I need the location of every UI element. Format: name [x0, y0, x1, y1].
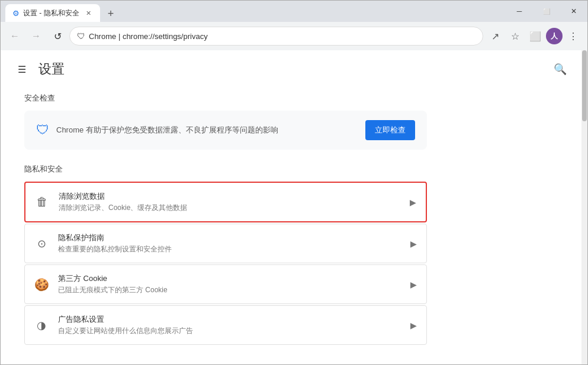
- third-party-cookies-text: 第三方 Cookie 已阻止无痕模式下的第三方 Cookie: [58, 273, 401, 295]
- privacy-section-title: 隐私和安全: [24, 164, 570, 175]
- safety-check-card: 🛡 Chrome 有助于保护您免受数据泄露、不良扩展程序等问题的影响 立即检查: [24, 111, 427, 150]
- minimize-button[interactable]: ─: [506, 7, 533, 15]
- refresh-button[interactable]: ↺: [48, 27, 67, 46]
- ad-privacy-icon: ◑: [34, 319, 49, 332]
- back-button[interactable]: ←: [5, 27, 24, 46]
- forward-button[interactable]: →: [27, 27, 46, 46]
- ad-privacy-subtitle: 自定义要让网站使用什么信息向您展示广告: [58, 326, 401, 336]
- menu-button[interactable]: ⋮: [564, 27, 583, 46]
- titlebar: ⚙ 设置 - 隐私和安全 ✕ + ─ ⬜ ✕: [1, 1, 587, 22]
- settings-page: ☰ 设置 🔍 安全检查 🛡 Chrome 有助于保护您免受数据泄露、不良扩展程序…: [1, 50, 587, 364]
- ad-privacy-text: 广告隐私设置 自定义要让网站使用什么信息向您展示广告: [58, 314, 401, 336]
- browser-window: ⚙ 设置 - 隐私和安全 ✕ + ─ ⬜ ✕ ← → ↺ 🛡 Chrome | …: [0, 0, 588, 365]
- settings-header: ☰ 设置 🔍: [1, 50, 581, 88]
- privacy-guide-text: 隐私保护指南 检查重要的隐私控制设置和安全控件: [58, 232, 401, 254]
- settings-main: ☰ 设置 🔍 安全检查 🛡 Chrome 有助于保护您免受数据泄露、不良扩展程序…: [1, 50, 581, 364]
- settings-list: 🗑 清除浏览数据 清除浏览记录、Cookie、缓存及其他数据 ▶ ⊙ 隐私保护指…: [24, 182, 427, 345]
- safety-card-text: Chrome 有助于保护您免受数据泄露、不良扩展程序等问题的影响: [56, 125, 358, 135]
- ad-privacy-item[interactable]: ◑ 广告隐私设置 自定义要让网站使用什么信息向您展示广告 ▶: [24, 305, 427, 345]
- tab-settings-icon: ⚙: [12, 9, 20, 18]
- clear-browsing-data-arrow: ▶: [410, 198, 416, 207]
- privacy-guide-subtitle: 检查重要的隐私控制设置和安全控件: [58, 244, 401, 254]
- tab-area: ⚙ 设置 - 隐私和安全 ✕ +: [1, 1, 119, 22]
- navbar: ← → ↺ 🛡 Chrome | chrome://settings/priva…: [1, 22, 587, 50]
- settings-content: 安全检查 🛡 Chrome 有助于保护您免受数据泄露、不良扩展程序等问题的影响 …: [1, 93, 581, 358]
- clear-browsing-data-title: 清除浏览数据: [59, 191, 400, 202]
- scrollbar[interactable]: [581, 50, 587, 364]
- third-party-cookies-subtitle: 已阻止无痕模式下的第三方 Cookie: [58, 285, 401, 295]
- privacy-guide-icon: ⊙: [34, 237, 49, 250]
- third-party-cookies-arrow: ▶: [410, 280, 417, 289]
- active-tab[interactable]: ⚙ 设置 - 隐私和安全 ✕: [5, 4, 100, 22]
- safety-section-title: 安全检查: [24, 93, 570, 104]
- privacy-guide-arrow: ▶: [410, 239, 417, 248]
- page-title: 设置: [38, 60, 65, 78]
- privacy-guide-title: 隐私保护指南: [58, 232, 401, 243]
- third-party-cookies-title: 第三方 Cookie: [58, 273, 401, 284]
- address-url: chrome://settings/privacy: [123, 32, 208, 41]
- privacy-guide-item[interactable]: ⊙ 隐私保护指南 检查重要的隐私控制设置和安全控件 ▶: [24, 224, 427, 263]
- tab-title-text: 设置 - 隐私和安全: [23, 8, 80, 18]
- site-security-icon: 🛡: [77, 31, 85, 41]
- window-controls: ─ ⬜ ✕: [506, 1, 587, 22]
- clear-browsing-data-item[interactable]: 🗑 清除浏览数据 清除浏览记录、Cookie、缓存及其他数据 ▶: [24, 182, 427, 222]
- new-tab-button[interactable]: +: [102, 5, 119, 22]
- clear-browsing-data-text: 清除浏览数据 清除浏览记录、Cookie、缓存及其他数据: [59, 191, 400, 213]
- safety-check-button[interactable]: 立即检查: [365, 120, 415, 140]
- trash-icon: 🗑: [35, 195, 49, 209]
- safety-shield-icon: 🛡: [36, 122, 49, 138]
- close-button[interactable]: ✕: [560, 7, 587, 15]
- address-separator: |: [118, 32, 123, 41]
- tab-close-button[interactable]: ✕: [83, 8, 93, 18]
- restore-button[interactable]: ⬜: [533, 8, 560, 15]
- chrome-label: Chrome: [89, 32, 116, 41]
- address-text: Chrome | chrome://settings/privacy: [89, 32, 208, 41]
- cookie-icon: 🍪: [34, 277, 49, 292]
- clear-browsing-data-subtitle: 清除浏览记录、Cookie、缓存及其他数据: [59, 203, 400, 213]
- third-party-cookies-item[interactable]: 🍪 第三方 Cookie 已阻止无痕模式下的第三方 Cookie ▶: [24, 264, 427, 304]
- ad-privacy-title: 广告隐私设置: [58, 314, 401, 325]
- profile-button[interactable]: 人: [546, 28, 563, 44]
- scrollbar-thumb[interactable]: [582, 50, 587, 121]
- address-bar[interactable]: 🛡 Chrome | chrome://settings/privacy: [69, 27, 483, 46]
- share-button[interactable]: ↗: [486, 27, 505, 46]
- navbar-actions: ↗ ☆ ⬜ 人 ⋮: [486, 27, 583, 46]
- tab-search-button[interactable]: ⬜: [526, 27, 545, 46]
- bookmark-button[interactable]: ☆: [506, 27, 525, 46]
- search-settings-button[interactable]: 🔍: [551, 60, 570, 79]
- hamburger-menu-button[interactable]: ☰: [12, 60, 31, 79]
- ad-privacy-arrow: ▶: [410, 321, 417, 330]
